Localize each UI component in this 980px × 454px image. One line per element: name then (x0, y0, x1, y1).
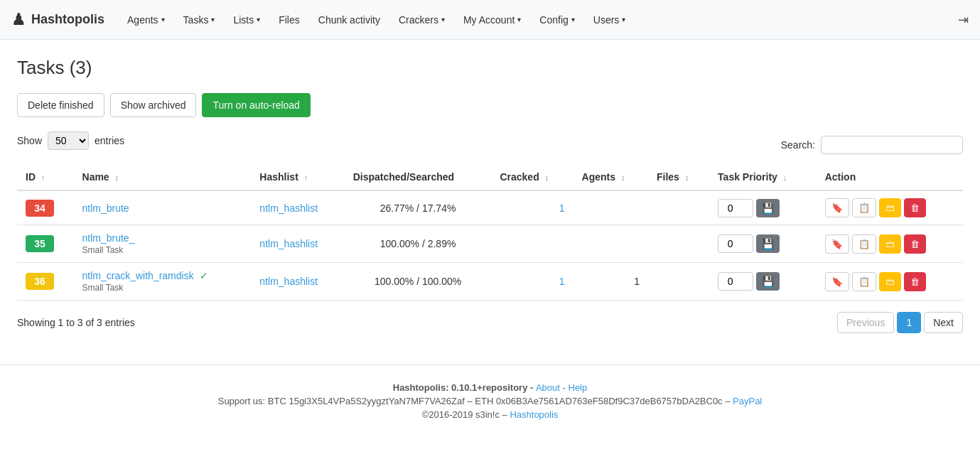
footer-line-2: Support us: BTC 15gi3X5L4VPa5S2yygztYaN7… (0, 396, 980, 406)
tasks-table: ID ↑ Name ↕ Hashlist ↑ Dispatched/Search… (17, 164, 963, 301)
row-dispatched: 100.00% / 2.89% (345, 225, 492, 263)
priority-input[interactable] (718, 234, 753, 253)
row-id: 36 (17, 263, 74, 301)
show-label: Show (17, 135, 42, 146)
table-controls: Show 10 25 50 100 entries Search: (17, 131, 963, 158)
id-badge: 35 (26, 235, 54, 252)
priority-input[interactable] (718, 272, 753, 291)
row-name: ntlm_brute (74, 190, 252, 225)
id-badge: 34 (26, 200, 54, 217)
hashtopolis-link[interactable]: Hashtopolis (510, 409, 558, 420)
col-id[interactable]: ID ↑ (17, 164, 74, 190)
col-agents[interactable]: Agents ↕ (574, 164, 648, 190)
row-id: 35 (17, 225, 74, 263)
task-sub-label: Small Task (82, 283, 124, 293)
nav-item-files[interactable]: Files (270, 9, 308, 31)
col-name[interactable]: Name ↕ (74, 164, 252, 190)
nav-items: Agents ▾ Tasks ▾ Lists ▾ Files Chunk act… (119, 9, 958, 31)
hashlist-link[interactable]: ntlm_hashlist (259, 276, 318, 287)
paypal-link[interactable]: PayPal (733, 396, 762, 406)
table-row: 34ntlm_brutentlm_hashlist26.77% / 17.74%… (17, 190, 963, 225)
nav-item-my-account[interactable]: My Account ▾ (455, 9, 529, 31)
col-action: Action (817, 164, 963, 190)
col-hashlist[interactable]: Hashlist ↑ (251, 164, 344, 190)
nav-item-agents[interactable]: Agents ▾ (119, 9, 173, 31)
row-cracked: 1 (491, 263, 573, 301)
show-entries-row: Show 10 25 50 100 entries (17, 131, 124, 150)
nav-item-lists[interactable]: Lists ▾ (225, 9, 269, 31)
priority-save-button[interactable]: 💾 (756, 199, 780, 217)
bookmark-button[interactable]: 🔖 (825, 198, 849, 217)
users-chevron-icon: ▾ (622, 16, 625, 23)
footer: Hashtopolis: 0.10.1+repository - About -… (0, 364, 980, 434)
action-buttons: Delete finished Show archived Turn on au… (17, 93, 963, 117)
search-input[interactable] (821, 136, 963, 154)
nav-item-chunk-activity[interactable]: Chunk activity (310, 9, 389, 31)
nav-item-users[interactable]: Users ▾ (585, 9, 635, 31)
row-dispatched: 26.77% / 17.74% (345, 190, 492, 225)
task-name-link[interactable]: ntlm_brute (82, 202, 129, 214)
brand-name: Hashtopolis (31, 12, 104, 27)
copy-button[interactable]: 📋 (852, 198, 876, 217)
agents-sort-icon: ↕ (621, 173, 625, 182)
delete-button[interactable]: 🗑 (904, 234, 926, 254)
row-dispatched: 100.00% / 100.00% (345, 263, 492, 301)
col-files[interactable]: Files ↕ (648, 164, 709, 190)
delete-button[interactable]: 🗑 (904, 272, 926, 291)
search-container: Search: (781, 136, 963, 154)
entries-select[interactable]: 10 25 50 100 (48, 131, 89, 150)
help-link[interactable]: Help (569, 382, 588, 393)
row-id: 34 (17, 190, 74, 225)
name-sort-icon: ↕ (115, 173, 119, 182)
row-hashlist: ntlm_hashlist (251, 225, 344, 263)
priority-save-button[interactable]: 💾 (756, 272, 780, 291)
auto-reload-button[interactable]: Turn on auto-reload (202, 93, 310, 117)
delete-button[interactable]: 🗑 (904, 198, 926, 217)
nav-item-config[interactable]: Config ▾ (531, 9, 583, 31)
copy-button[interactable]: 📋 (852, 272, 876, 291)
nav-item-crackers[interactable]: Crackers ▾ (390, 9, 453, 31)
row-name: ntlm_crack_with_ramdisk ✓Small Task (74, 263, 252, 301)
copy-button[interactable]: 📋 (852, 234, 876, 254)
row-agents (574, 190, 648, 225)
row-action: 🔖 📋 🗃 🗑 (817, 263, 963, 301)
table-row: 36ntlm_crack_with_ramdisk ✓Small Taskntl… (17, 263, 963, 301)
row-priority: 💾 (709, 190, 817, 225)
row-priority: 💾 (709, 225, 817, 263)
row-hashlist: ntlm_hashlist (251, 263, 344, 301)
action-buttons-cell: 🔖 📋 🗃 🗑 (825, 198, 954, 217)
cracked-link[interactable]: 1 (559, 276, 565, 287)
verified-icon: ✓ (200, 270, 208, 281)
task-sub-label: Small Task (82, 245, 124, 255)
col-priority[interactable]: Task Priority ↓ (709, 164, 817, 190)
cracked-link[interactable]: 1 (559, 202, 565, 214)
col-cracked[interactable]: Cracked ↕ (491, 164, 573, 190)
brand-icon: ♟ (11, 11, 26, 29)
next-button[interactable]: Next (924, 312, 963, 333)
about-link[interactable]: About (536, 382, 560, 393)
archive-button[interactable]: 🗃 (879, 272, 901, 291)
bookmark-button[interactable]: 🔖 (825, 234, 849, 254)
footer-line-3: ©2016-2019 s3in!c – Hashtopolis (0, 409, 980, 420)
brand-link[interactable]: ♟ Hashtopolis (11, 11, 104, 29)
bookmark-button[interactable]: 🔖 (825, 272, 849, 291)
row-files (648, 263, 709, 301)
delete-finished-button[interactable]: Delete finished (17, 93, 104, 117)
archive-button[interactable]: 🗃 (879, 198, 901, 217)
task-name-link[interactable]: ntlm_brute_ (82, 232, 135, 244)
page-1-button[interactable]: 1 (897, 312, 921, 333)
logout-icon[interactable]: ⇥ (958, 12, 969, 28)
priority-input[interactable] (718, 199, 753, 217)
previous-button[interactable]: Previous (837, 312, 894, 333)
archive-button[interactable]: 🗃 (879, 234, 901, 254)
show-archived-button[interactable]: Show archived (110, 93, 197, 117)
hashlist-link[interactable]: ntlm_hashlist (259, 202, 318, 214)
hashlist-link[interactable]: ntlm_hashlist (259, 238, 318, 249)
files-sort-icon: ↕ (685, 173, 689, 182)
pagination-row: Showing 1 to 3 of 3 entries Previous 1 N… (17, 312, 963, 333)
priority-save-button[interactable]: 💾 (756, 234, 780, 253)
task-name-link[interactable]: ntlm_crack_with_ramdisk (82, 270, 194, 281)
id-sort-icon: ↑ (41, 173, 45, 182)
nav-item-tasks[interactable]: Tasks ▾ (175, 9, 224, 31)
main-content: Tasks (3) Delete finished Show archived … (0, 40, 980, 350)
